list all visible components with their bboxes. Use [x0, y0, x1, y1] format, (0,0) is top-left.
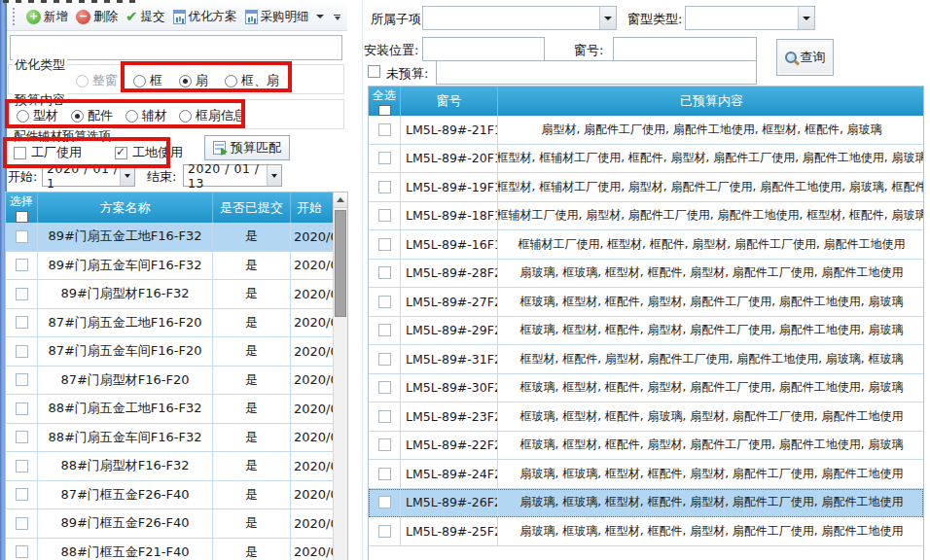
plan-table-row[interactable]: 88#门扇五金车间F16-F32 是 2020/0: [6, 424, 335, 453]
scrollbar-thumb[interactable]: [335, 210, 346, 317]
radio-frame-sash-info[interactable]: 框扇信息: [179, 107, 246, 124]
toolbar-overflow-button[interactable]: [330, 8, 344, 27]
budget-table-row[interactable]: LM5L-89#-24F22 扇玻璃, 框玻璃, 框型材, 框配件, 扇型材, …: [369, 460, 923, 489]
checkbox-site-use[interactable]: 工地使用: [115, 144, 183, 161]
optimize-plan-button[interactable]: 优化方案: [169, 7, 241, 27]
plan-submitted-cell: 是: [213, 509, 291, 539]
chevron-down-icon[interactable]: [316, 15, 324, 18]
row-checkbox[interactable]: [378, 324, 391, 336]
window-no-input[interactable]: [613, 37, 757, 61]
checkbox-factory-use[interactable]: 工厂使用: [14, 144, 82, 161]
budget-table-row[interactable]: LM5L-89#-28F26 扇玻璃, 框玻璃, 框型材, 框配件, 扇型材, …: [369, 260, 923, 289]
radio-sash[interactable]: 扇: [179, 72, 208, 89]
window-type-combobox[interactable]: [685, 6, 815, 30]
plan-table-row[interactable]: 89#门扇型材F16-F32 是 2020/0: [6, 280, 335, 309]
row-checkbox[interactable]: [16, 345, 28, 358]
plan-table-row[interactable]: 87#门扇型材F16-F20 是 2020/0: [6, 367, 335, 396]
plan-table-row[interactable]: 88#门框五金F21-F40 是 2020/0: [6, 539, 335, 560]
budget-table-row[interactable]: LM5L-89#-31F29 框型材, 框配件, 扇型材, 扇配件工厂使用, 扇…: [369, 345, 923, 374]
row-checkbox[interactable]: [378, 353, 391, 366]
delete-button[interactable]: − 删除: [72, 7, 122, 27]
row-checkbox[interactable]: [378, 381, 391, 394]
row-checkbox[interactable]: [378, 438, 391, 451]
row-checkbox[interactable]: [378, 123, 391, 136]
row-checkbox[interactable]: [378, 525, 391, 538]
sub-item-combobox[interactable]: [422, 6, 617, 30]
radio-whole-window[interactable]: 整窗: [76, 72, 118, 89]
row-checkbox[interactable]: [378, 410, 391, 423]
row-checkbox[interactable]: [16, 259, 28, 271]
radio-frame[interactable]: 框: [133, 72, 162, 89]
plan-table-row[interactable]: 88#门扇型材F16-F32 是 2020/0: [6, 452, 335, 481]
chevron-down-icon[interactable]: [267, 165, 281, 186]
submit-button[interactable]: ✔ 提交: [122, 7, 169, 27]
plan-table-row[interactable]: 87#门扇五金车间F16-F20 是 2020/0: [6, 337, 335, 367]
plan-header-name[interactable]: 方案名称: [38, 192, 213, 223]
budget-match-button[interactable]: 预算匹配: [204, 135, 290, 160]
plan-table-row[interactable]: 89#门扇五金车间F16-F32 是 2020/0: [6, 252, 335, 281]
radio-accessory[interactable]: 配件: [71, 107, 113, 124]
row-checkbox[interactable]: [16, 402, 28, 415]
row-checkbox[interactable]: [16, 373, 28, 386]
row-checkbox[interactable]: [378, 209, 391, 222]
plan-header-start[interactable]: 开始: [291, 192, 335, 223]
query-button[interactable]: 查询: [776, 39, 834, 76]
radio-profile[interactable]: 型材: [17, 107, 58, 124]
budget-table-row[interactable]: LM5L-89#-26F24 扇玻璃, 框玻璃, 框型材, 框配件, 扇型材, …: [369, 489, 923, 518]
row-checkbox[interactable]: [16, 431, 28, 443]
row-checkbox[interactable]: [378, 496, 391, 508]
chevron-down-icon[interactable]: [599, 7, 616, 29]
end-date-picker[interactable]: 2020 / 01 / 13: [183, 164, 282, 187]
budget-table-row[interactable]: LM5L-89#-18F16 框辅材工厂使用, 扇型材, 扇配件工厂使用, 扇配…: [369, 202, 923, 231]
toolbar-grip[interactable]: [13, 8, 17, 25]
budget-table-row[interactable]: LM5L-89#-19F17 框型材, 框辅材工厂使用, 扇型材, 扇配件工厂使…: [369, 173, 923, 202]
row-checkbox[interactable]: [16, 488, 28, 501]
plan-table-scrollbar[interactable]: [333, 192, 347, 560]
select-all-checkbox[interactable]: [16, 211, 28, 223]
row-checkbox[interactable]: [378, 152, 391, 164]
install-position-label: 安装位置:: [364, 42, 418, 59]
row-checkbox[interactable]: [378, 296, 391, 308]
budget-header-content[interactable]: 已预算内容: [498, 87, 924, 116]
scroll-up-icon[interactable]: [334, 192, 347, 208]
select-all-checkbox[interactable]: [378, 105, 391, 116]
purchase-detail-button[interactable]: 采购明细: [241, 7, 328, 27]
row-checkbox[interactable]: [16, 460, 28, 472]
budget-table-row[interactable]: LM5L-89#-25F23 扇玻璃, 框玻璃, 框型材, 框配件, 扇型材, …: [369, 517, 923, 546]
row-checkbox[interactable]: [378, 181, 391, 193]
row-checkbox[interactable]: [16, 288, 28, 300]
row-checkbox[interactable]: [16, 316, 28, 329]
unbudgeted-checkbox[interactable]: [368, 65, 380, 78]
radio-auxiliary[interactable]: 辅材: [125, 107, 167, 124]
budget-table-row[interactable]: LM5L-89#-21F19 扇型材, 扇配件工厂使用, 扇配件工地使用, 框型…: [369, 116, 923, 145]
row-checkbox[interactable]: [378, 238, 391, 251]
chevron-down-icon[interactable]: [120, 165, 134, 186]
row-checkbox[interactable]: [16, 230, 28, 243]
row-checkbox[interactable]: [16, 517, 28, 530]
plan-table-row[interactable]: 87#门框五金F26-F40 是 2020/0: [6, 481, 335, 510]
plan-table-row[interactable]: 89#门扇五金工地F16-F32 是 2020/0: [6, 223, 335, 252]
plan-table-row[interactable]: 87#门扇五金工地F16-F20 是 2020/0: [6, 309, 335, 338]
budget-table-row[interactable]: LM5L-89#-27F25 框玻璃, 框型材, 框配件, 扇型材, 扇配件工厂…: [369, 288, 923, 317]
chevron-down-icon[interactable]: [798, 7, 814, 29]
budget-table-row[interactable]: LM5L-89#-29F27 框玻璃, 框型材, 框配件, 扇型材, 扇配件工厂…: [369, 317, 923, 346]
row-checkbox[interactable]: [378, 468, 391, 480]
plan-submitted-cell: 是: [213, 424, 291, 453]
budget-header-window-no[interactable]: 窗号: [401, 87, 498, 116]
budget-table-row[interactable]: LM5L-89#-16F15 框辅材工厂使用, 框型材, 框配件, 扇型材, 扇…: [369, 230, 923, 260]
plan-table-row[interactable]: 88#门扇五金工地F16-F32 是 2020/0: [6, 395, 335, 424]
plan-table-row[interactable]: 89#门框五金F26-F40 是 2020/0: [6, 509, 335, 539]
start-date-picker[interactable]: 2020 / 01 / 1: [42, 164, 135, 187]
budget-table-row[interactable]: LM5L-89#-20F18 框型材, 框辅材工厂使用, 框配件, 扇型材, 扇…: [369, 145, 923, 174]
plan-header-submitted[interactable]: 是否已提交: [213, 192, 291, 223]
add-button[interactable]: + 新增: [22, 7, 72, 27]
install-position-input[interactable]: [422, 37, 545, 61]
unbudgeted-input[interactable]: [436, 60, 757, 85]
panel-splitter[interactable]: [362, 0, 363, 560]
row-checkbox[interactable]: [378, 266, 391, 279]
budget-table-row[interactable]: LM5L-89#-30F28 框玻璃, 框型材, 框配件, 扇型材, 扇配件工厂…: [369, 374, 923, 403]
budget-table-row[interactable]: LM5L-89#-22F20 框玻璃, 框型材, 框配件, 扇型材, 扇配件工厂…: [369, 432, 923, 461]
radio-frame-sash[interactable]: 框、扇: [225, 72, 279, 89]
budget-table-row[interactable]: LM5L-89#-23F21 框玻璃, 框型材, 框配件, 扇玻璃, 扇型材, …: [369, 402, 923, 432]
row-checkbox[interactable]: [16, 545, 28, 558]
